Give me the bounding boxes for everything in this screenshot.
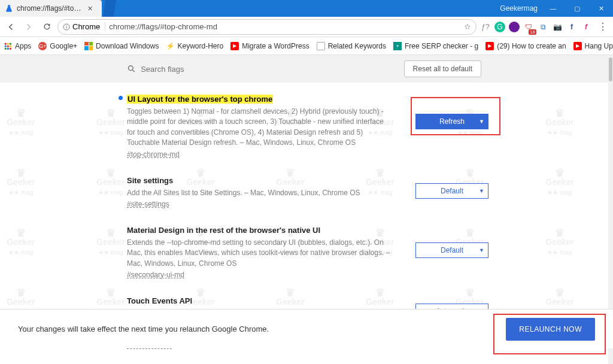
svg-rect-2 <box>66 25 67 26</box>
ext-shield-icon[interactable]: 🛡 <box>523 22 534 32</box>
svg-rect-1 <box>66 26 67 29</box>
svg-rect-4 <box>7 43 9 44</box>
bookmark-star-icon[interactable]: ☆ <box>464 22 471 31</box>
ext-purple-icon[interactable] <box>509 22 520 32</box>
chevron-down-icon: ▼ <box>479 119 484 125</box>
search-input[interactable] <box>141 65 397 74</box>
flag-value-dropdown[interactable]: Refresh▼ <box>415 114 488 129</box>
chevron-down-icon: ▼ <box>479 188 484 194</box>
gplus-icon: G+ <box>38 42 47 50</box>
window-titlebar: chrome://flags/#top-chro ✕ Geekermag — ▢… <box>0 0 613 17</box>
ext-grammarly-icon[interactable]: G <box>494 22 505 32</box>
serp-icon: + <box>393 42 402 50</box>
window-title-text: Geekermag <box>496 4 541 13</box>
page-icon <box>317 42 325 50</box>
reload-icon <box>43 22 51 31</box>
svg-rect-9 <box>5 47 7 49</box>
svg-rect-5 <box>10 43 11 44</box>
bookmark-item[interactable]: Related Keywords <box>317 42 386 50</box>
apps-button[interactable]: Apps <box>4 42 31 50</box>
flag-description: Toggles between 1) Normal - for clamshel… <box>127 107 392 148</box>
ext-red-f-icon[interactable]: f <box>581 22 591 32</box>
windows-icon <box>84 42 93 50</box>
page-content: ♛Geeker★★ mag♛Geeker★★ mag♛Geeker★★ mag♛… <box>0 55 613 364</box>
chip-label: Chrome <box>72 22 100 31</box>
tab-title: chrome://flags/#top-chro <box>17 4 83 13</box>
bookmark-item[interactable]: G+Google+ <box>38 42 77 50</box>
info-icon <box>63 23 70 31</box>
scrollbar-thumb[interactable] <box>609 57 612 81</box>
svg-rect-8 <box>10 45 11 47</box>
dropdown-value: Refresh <box>439 117 465 126</box>
bookmark-item[interactable]: ▶Migrate a WordPress <box>230 42 309 50</box>
svg-rect-3 <box>5 43 7 44</box>
reset-all-button[interactable]: Reset all to default <box>404 60 481 77</box>
search-flags-field[interactable] <box>127 64 398 74</box>
flags-header: Reset all to default <box>0 55 608 83</box>
bookmark-item[interactable]: +Free SERP checker - g <box>393 42 478 50</box>
new-tab-button[interactable] <box>103 0 116 17</box>
forward-button[interactable] <box>22 20 36 34</box>
toolbar: Chrome chrome://flags/#top-chrome-md ☆ ƒ… <box>0 17 613 37</box>
ext-facebook-icon[interactable]: f <box>566 22 577 32</box>
flask-icon <box>5 4 13 13</box>
flag-title: Touch Events API <box>127 296 192 305</box>
flag-title: UI Layout for the browser's top chrome <box>127 95 273 104</box>
svg-rect-10 <box>7 47 9 49</box>
flag-title: Site settings <box>127 176 173 185</box>
back-button[interactable] <box>4 20 18 34</box>
flag-value-dropdown[interactable]: Default▼ <box>415 242 488 258</box>
apps-label: Apps <box>15 42 31 50</box>
window-minimize-button[interactable]: — <box>541 0 565 17</box>
window-close-button[interactable]: ✕ <box>589 0 613 17</box>
hero-icon: ⚡ <box>166 42 174 50</box>
bookmark-item[interactable]: Download Windows <box>84 42 159 50</box>
reload-button[interactable] <box>40 20 54 34</box>
menu-button[interactable]: ⋮ <box>595 20 609 34</box>
youtube-icon: ▶ <box>230 42 239 50</box>
youtube-icon: ▶ <box>485 42 494 50</box>
url-text: chrome://flags/#top-chrome-md <box>109 22 217 31</box>
svg-rect-6 <box>5 45 7 47</box>
flag-anchor-link[interactable]: #site-settings <box>127 200 169 208</box>
forward-icon <box>24 22 34 32</box>
search-icon <box>127 64 136 74</box>
flag-title: Material Design in the rest of the brows… <box>127 226 320 235</box>
flag-description: Add the All Sites list to Site Settings.… <box>127 188 392 198</box>
ext-questionmark-icon[interactable]: ƒ? <box>480 22 491 32</box>
bookmark-item[interactable]: ▶Hang Ups (Want You <box>573 42 613 50</box>
relaunch-message: Your changes will take effect the next t… <box>18 324 506 333</box>
svg-rect-7 <box>7 45 9 47</box>
address-bar[interactable]: Chrome chrome://flags/#top-chrome-md ☆ <box>57 19 477 35</box>
dropdown-value: Default <box>441 187 463 195</box>
menu-icon: ⋮ <box>598 21 606 32</box>
bookmark-item[interactable]: ⚡Keyword-Hero <box>166 42 223 50</box>
apps-icon <box>4 42 12 50</box>
chevron-down-icon: ▼ <box>479 247 484 253</box>
flag-value-dropdown[interactable]: Default▼ <box>415 183 488 199</box>
flag-entry: Material Design in the rest of the brows… <box>127 225 481 295</box>
tab-close-icon[interactable]: ✕ <box>86 5 94 13</box>
svg-rect-11 <box>10 47 11 49</box>
back-icon <box>6 22 16 32</box>
flag-entry: UI Layout for the browser's top chromeTo… <box>127 93 481 175</box>
window-maximize-button[interactable]: ▢ <box>565 0 589 17</box>
svg-line-13 <box>132 70 134 72</box>
flag-entry: Site settingsAdd the All Sites list to S… <box>127 175 481 225</box>
browser-tab[interactable]: chrome://flags/#top-chro ✕ <box>0 0 102 17</box>
svg-point-12 <box>129 66 133 71</box>
ext-camera-icon[interactable]: 📷 <box>552 22 563 32</box>
bookmark-item[interactable]: ▶(29) How to create an <box>485 42 566 50</box>
ext-window-icon[interactable]: ⧉ <box>538 22 548 32</box>
highlight-relaunch <box>493 314 606 354</box>
dropdown-value: Default <box>441 246 463 254</box>
modified-dot-icon <box>119 96 123 100</box>
flag-description: Extends the --top-chrome-md setting to s… <box>127 238 392 269</box>
bookmarks-bar: Apps G+Google+ Download Windows ⚡Keyword… <box>0 37 613 55</box>
flag-anchor-link[interactable]: #secondary-ui-md <box>127 271 184 279</box>
youtube-icon: ▶ <box>573 42 582 50</box>
flag-anchor-link[interactable]: #top-chrome-md <box>127 150 180 159</box>
security-chip: Chrome <box>63 22 105 31</box>
